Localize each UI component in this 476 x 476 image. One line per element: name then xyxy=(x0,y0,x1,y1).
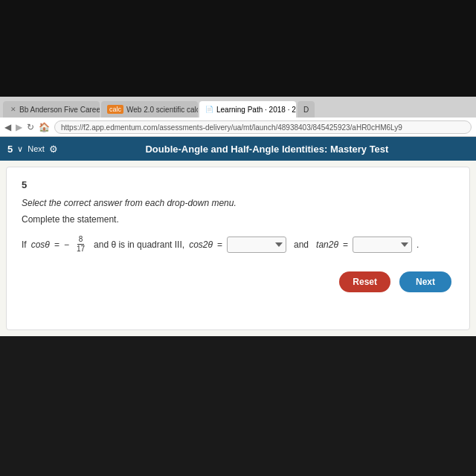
equation-if: If xyxy=(22,239,27,250)
tab-1-label: Bb Anderson Five Career Ce xyxy=(19,106,100,114)
toolbar-left: 5 ∨ Next ⚙ xyxy=(7,144,58,155)
question-card: 5 Select the correct answer from each dr… xyxy=(6,167,470,330)
condition-text: and θ is in quadrant III, xyxy=(94,239,184,250)
equals-sign-3: = xyxy=(343,239,348,250)
forward-icon[interactable]: ▶ xyxy=(16,122,22,132)
instruction-text: Select the correct answer from each drop… xyxy=(22,198,454,208)
question-number-display: 5 xyxy=(7,144,13,155)
home-icon[interactable]: 🏠 xyxy=(39,122,50,132)
period: . xyxy=(416,239,419,250)
tab-1-close[interactable]: ✕ xyxy=(10,106,16,113)
equals-sign-2: = xyxy=(217,239,222,250)
equals-sign: = xyxy=(54,239,60,250)
url-bar[interactable]: https://f2.app.edmentum.com/assessments-… xyxy=(54,120,472,134)
minus-sign: − xyxy=(64,239,69,250)
cos2theta-label: cos2θ xyxy=(189,239,213,250)
next-button[interactable]: Next xyxy=(399,271,451,292)
address-bar: ◀ ▶ ↻ 🏠 https://f2.app.edmentum.com/asse… xyxy=(0,118,476,137)
tab-3[interactable]: 📄 Learning Path · 2018 · 2C ✕ xyxy=(199,101,296,118)
toolbar-title-container: Double-Angle and Half-Angle Identities: … xyxy=(65,142,469,155)
and-text: and xyxy=(294,239,309,250)
question-number: 5 xyxy=(22,179,454,190)
nav-next-label[interactable]: Next xyxy=(28,144,45,153)
button-area: Reset Next xyxy=(22,271,454,292)
tab-2-label: Web 2.0 scientific calcul xyxy=(126,106,198,114)
tab-2[interactable]: calc Web 2.0 scientific calcul xyxy=(101,101,198,118)
complete-statement-text: Complete the statement. xyxy=(22,214,454,225)
fraction-8-17: 8 17 xyxy=(75,235,86,254)
url-text: https://f2.app.edmentum.com/assessments-… xyxy=(61,123,402,132)
denominator: 17 xyxy=(75,245,86,254)
tab-bar: ✕ Bb Anderson Five Career Ce calc Web 2.… xyxy=(0,97,476,118)
reset-button[interactable]: Reset xyxy=(339,271,390,292)
page-title: Double-Angle and Half-Angle Identities: … xyxy=(145,144,388,155)
tan2theta-dropdown[interactable] xyxy=(353,237,412,253)
desktop-top-area xyxy=(0,0,476,97)
app-toolbar: 5 ∨ Next ⚙ Double-Angle and Half-Angle I… xyxy=(0,137,476,161)
numerator: 8 xyxy=(77,235,85,245)
cos2theta-dropdown[interactable] xyxy=(227,237,286,253)
back-icon[interactable]: ◀ xyxy=(4,122,11,132)
browser-chrome: ✕ Bb Anderson Five Career Ce calc Web 2.… xyxy=(0,97,476,161)
browser-body: 5 Select the correct answer from each dr… xyxy=(0,161,476,336)
tab-4[interactable]: D xyxy=(298,101,315,118)
equation-line: If cosθ = − 8 17 and θ is in quadrant II… xyxy=(22,235,454,254)
cos-theta: cosθ xyxy=(31,239,50,250)
tab-4-label: D xyxy=(303,106,309,114)
refresh-icon[interactable]: ↻ xyxy=(27,122,34,132)
tan2theta-label: tan2θ xyxy=(316,239,338,250)
tab-3-label: Learning Path · 2018 · 2C xyxy=(216,106,296,114)
tab-1[interactable]: ✕ Bb Anderson Five Career Ce xyxy=(3,101,100,118)
settings-icon[interactable]: ⚙ xyxy=(49,144,58,155)
doc-icon: 📄 xyxy=(205,106,213,113)
chevron-down-icon[interactable]: ∨ xyxy=(17,144,23,154)
calc-icon: calc xyxy=(107,105,123,114)
